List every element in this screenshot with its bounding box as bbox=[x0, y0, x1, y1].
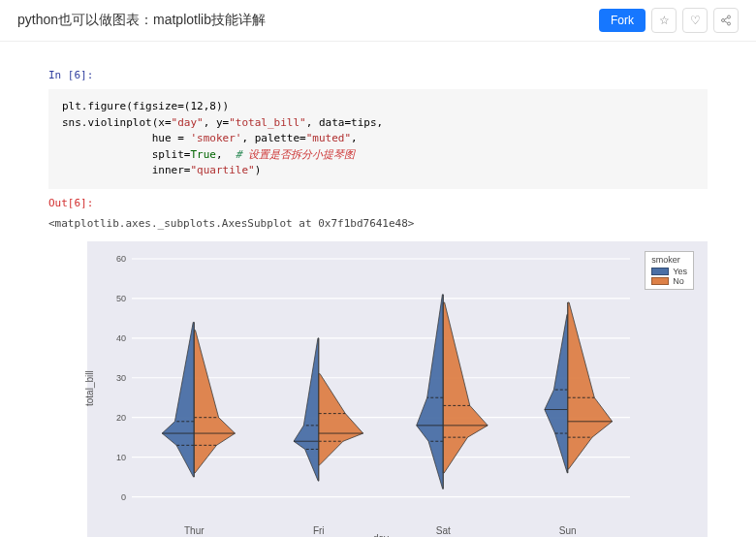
legend-swatch bbox=[651, 277, 669, 285]
svg-text:50: 50 bbox=[116, 293, 126, 302]
svg-text:Fri: Fri bbox=[313, 525, 325, 536]
svg-point-1 bbox=[722, 19, 725, 22]
svg-point-0 bbox=[728, 16, 731, 18]
chart-svg: 0102030405060ThurFriSatSunday bbox=[97, 251, 640, 538]
legend-label: Yes bbox=[673, 267, 687, 276]
legend: smoker YesNo bbox=[645, 251, 694, 290]
svg-text:20: 20 bbox=[116, 412, 126, 422]
code-cell: plt.figure(figsize=(12,8)) sns.violinplo… bbox=[48, 89, 708, 189]
legend-swatch bbox=[651, 268, 669, 275]
notebook-page: In [6]: plt.figure(figsize=(12,8)) sns.v… bbox=[0, 42, 756, 537]
svg-text:40: 40 bbox=[116, 332, 126, 342]
svg-text:10: 10 bbox=[116, 452, 126, 461]
y-axis-label: total_bill bbox=[84, 370, 95, 406]
in-prompt: In [6]: bbox=[48, 69, 708, 81]
heart-icon[interactable]: ♡ bbox=[682, 8, 708, 33]
svg-text:Thur: Thur bbox=[184, 525, 205, 536]
svg-line-3 bbox=[724, 17, 727, 19]
page-title: python也可以做图表：matplotlib技能详解 bbox=[17, 12, 266, 29]
topbar: python也可以做图表：matplotlib技能详解 Fork ☆ ♡ bbox=[0, 0, 756, 42]
svg-line-4 bbox=[724, 21, 727, 23]
output-repr: <matplotlib.axes._subplots.AxesSubplot a… bbox=[48, 217, 708, 230]
svg-text:60: 60 bbox=[116, 254, 126, 264]
svg-text:Sat: Sat bbox=[436, 525, 451, 536]
svg-text:day: day bbox=[373, 532, 389, 537]
legend-item: Yes bbox=[651, 267, 687, 276]
legend-title: smoker bbox=[651, 255, 687, 265]
chart-container: total_bill 0102030405060ThurFriSatSunday… bbox=[87, 241, 708, 538]
out-prompt: Out[6]: bbox=[48, 197, 708, 209]
legend-label: No bbox=[673, 276, 684, 286]
fork-button[interactable]: Fork bbox=[599, 9, 646, 32]
violin-plot: total_bill 0102030405060ThurFriSatSunday… bbox=[87, 241, 708, 538]
action-bar: Fork ☆ ♡ bbox=[599, 8, 739, 33]
svg-text:0: 0 bbox=[121, 491, 126, 501]
legend-item: No bbox=[651, 276, 687, 286]
star-icon[interactable]: ☆ bbox=[651, 8, 677, 33]
share-icon[interactable] bbox=[713, 8, 739, 33]
svg-text:Sun: Sun bbox=[559, 525, 577, 536]
svg-text:30: 30 bbox=[116, 372, 126, 382]
svg-point-2 bbox=[728, 22, 731, 25]
